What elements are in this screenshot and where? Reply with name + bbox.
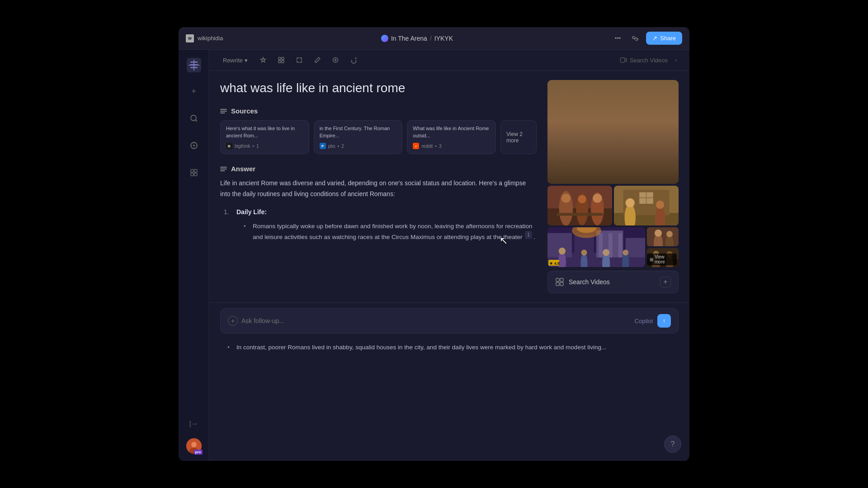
user-avatar-small: w (186, 34, 194, 42)
link-button[interactable] (628, 32, 642, 45)
search-videos-icon (555, 277, 564, 286)
source-card-3[interactable]: What was life like in Ancient Rome outsi… (407, 120, 496, 154)
svg-rect-92 (560, 282, 563, 286)
more-list-item-1: • In contrast, poorer Romans lived in sh… (227, 343, 679, 352)
sidebar-bottom: |→ pro (185, 415, 203, 454)
page-name: IYKYK (434, 35, 453, 42)
more-bullet-1: • (227, 343, 233, 352)
toolbar-grid-button[interactable] (274, 54, 288, 66)
svg-rect-63 (599, 233, 603, 258)
page-content: what was life like in ancient rome Sourc… (209, 71, 689, 302)
search-videos-bar[interactable]: Search Videos + (547, 271, 679, 293)
ask-input[interactable] (241, 317, 630, 324)
source-card-1[interactable]: Here's what it was like to live in ancie… (220, 120, 309, 154)
breadcrumb-separator: / (430, 35, 432, 42)
answer-item-1: 1. Daily Life: • Romans typically woke u… (224, 207, 537, 244)
small-thumb-2[interactable]: ⊞ View more (647, 248, 679, 267)
main-thumb-2[interactable]: ★ 4.8 (547, 227, 645, 267)
list-number-1: 1. (224, 207, 233, 244)
query-title: what was life like in ancient rome (220, 80, 537, 96)
images-row-2: ★ 4.8 (547, 227, 679, 267)
left-column: what was life like in ancient rome Sourc… (220, 80, 547, 293)
bullet-1: • (244, 221, 249, 242)
expand-icon (296, 56, 303, 64)
logo-area (186, 57, 202, 73)
svg-rect-6 (191, 173, 193, 176)
collapse-icon: |→ (189, 420, 198, 428)
painting-background (547, 80, 679, 184)
svg-rect-91 (556, 282, 559, 286)
toolbar-circle-button[interactable] (328, 54, 343, 66)
pin-icon (259, 56, 267, 64)
sidebar: + (179, 50, 209, 461)
collapse-button[interactable]: |→ (185, 415, 203, 433)
answer-list: 1. Daily Life: • Romans typically woke u… (220, 207, 537, 244)
svg-point-41 (561, 193, 571, 202)
share-button[interactable]: ↗ Share (646, 32, 682, 45)
images-row-1 (547, 186, 679, 225)
discover-button[interactable] (185, 136, 203, 155)
thumb-svg-1 (547, 186, 612, 225)
search-button[interactable] (185, 109, 203, 127)
attach-button[interactable]: + (228, 316, 238, 326)
source-meta-2: P pbs • 2 (320, 143, 397, 149)
main-image[interactable] (547, 80, 679, 184)
view-more-sources[interactable]: View 2 more (500, 120, 537, 154)
pro-badge: pro (194, 450, 203, 455)
svg-point-69 (559, 248, 566, 254)
toolbar-pin-button[interactable] (256, 54, 270, 66)
library-button[interactable] (185, 164, 203, 182)
small-thumb-1[interactable] (647, 227, 679, 246)
more-text-1: In contrast, poorer Romans lived in shab… (236, 343, 606, 352)
help-button[interactable]: ? (664, 436, 681, 453)
source-sep-2: • (338, 144, 340, 149)
images-panel: ★ 4.8 (547, 80, 679, 293)
toolbar-expand-button[interactable] (292, 54, 307, 66)
toolbar-redo-button[interactable] (346, 54, 361, 66)
ask-input-wrap: + (228, 316, 630, 326)
thumb-1[interactable] (547, 186, 612, 225)
svg-point-80 (655, 230, 662, 237)
toolbar-edit-button[interactable] (310, 54, 325, 66)
sources-icon (220, 108, 227, 115)
more-content: • In contrast, poorer Romans lived in sh… (209, 343, 689, 362)
answer-icon (220, 165, 227, 173)
svg-point-75 (623, 249, 628, 255)
svg-point-43 (578, 195, 586, 203)
source-num-3: 3 (439, 144, 442, 149)
new-button[interactable]: + (185, 82, 203, 100)
source-card-2[interactable]: in the First Century. The Roman Empire..… (314, 120, 403, 154)
svg-rect-5 (194, 169, 197, 172)
view-more-label: View 2 more (506, 131, 531, 144)
more-list: • In contrast, poorer Romans lived in sh… (220, 343, 679, 352)
source-meta-1: B bigthink • 1 (226, 143, 303, 149)
send-button[interactable]: ↑ (657, 314, 671, 328)
send-icon: ↑ (663, 317, 666, 324)
more-options-button[interactable]: ••• (611, 32, 625, 44)
svg-rect-16 (620, 58, 625, 62)
chevron-right-icon: › (675, 57, 677, 63)
rewrite-button[interactable]: Rewrite ▾ (218, 55, 252, 66)
thumb-2[interactable] (614, 186, 679, 225)
small-thumbs: ⊞ View more (647, 227, 679, 267)
workspace-name: In The Arena (391, 35, 427, 42)
svg-rect-78 (647, 227, 679, 246)
search-videos-left: Search Videos (555, 277, 610, 286)
search-icon (189, 114, 198, 123)
toolbar-video-icon (620, 56, 627, 64)
svg-rect-46 (557, 213, 603, 216)
small-thumb-svg-1 (647, 227, 679, 246)
list-item-1: • Romans typically woke up before dawn a… (244, 221, 537, 242)
toolbar-search-expand[interactable]: › (671, 55, 680, 66)
view-more-icon: ⊞ (650, 257, 653, 262)
sources-header: Sources (220, 107, 537, 115)
svg-point-18 (221, 111, 222, 112)
source-site-1: bigthink (235, 144, 250, 149)
svg-rect-7 (194, 173, 197, 176)
main-thumb-svg: ★ 4.8 (547, 227, 645, 267)
video-grid-icon (556, 278, 564, 286)
svg-rect-89 (556, 278, 559, 282)
answer-intro: Life in ancient Rome was diverse and var… (220, 178, 537, 200)
share-icon: ↗ (652, 35, 657, 42)
search-videos-expand-button[interactable]: + (660, 277, 671, 287)
